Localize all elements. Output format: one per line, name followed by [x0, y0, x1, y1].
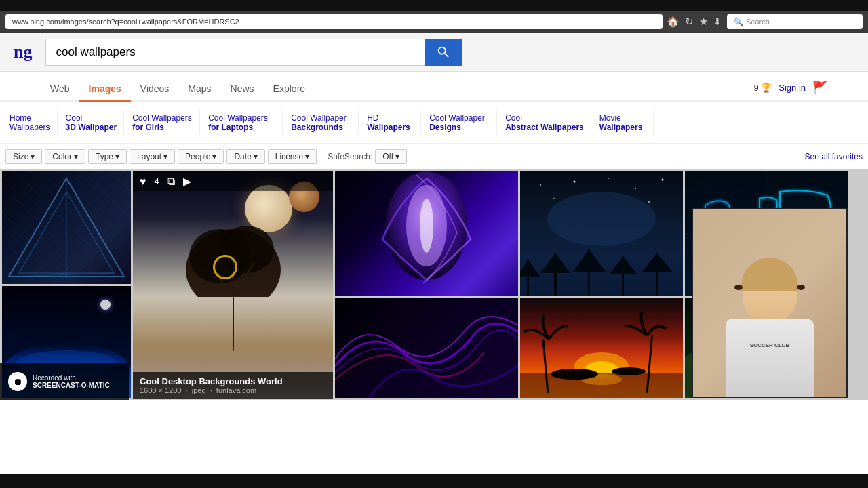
- svg-marker-31: [610, 256, 637, 274]
- filter-type[interactable]: Type▾: [88, 149, 127, 164]
- svg-point-23: [547, 192, 656, 246]
- related-item-abstract[interactable]: Cool Abstract Wallpapers: [498, 110, 591, 135]
- search-button[interactable]: [425, 39, 462, 66]
- svg-point-19: [635, 188, 636, 189]
- safesearch-button[interactable]: Off▾: [375, 149, 407, 164]
- tab-web[interactable]: Web: [41, 78, 79, 102]
- image-tile-sunset[interactable]: [520, 298, 683, 398]
- tab-news[interactable]: News: [221, 78, 264, 102]
- filter-license[interactable]: License▾: [268, 149, 317, 164]
- home-icon[interactable]: 🏠: [667, 16, 679, 28]
- refresh-icon[interactable]: ↻: [685, 16, 694, 28]
- browser-top-bar: [0, 0, 868, 11]
- screencast-line1: Recorded with: [33, 374, 110, 382]
- sign-in-link[interactable]: Sign in: [778, 83, 806, 93]
- tab-images[interactable]: Images: [79, 78, 131, 102]
- svg-marker-33: [642, 253, 672, 272]
- svg-rect-4: [2, 171, 131, 284]
- related-item-home[interactable]: Home Wallpapers: [3, 110, 58, 135]
- filters-row: Size▾ Color▾ Type▾ Layout▾ People▾ Date▾…: [0, 144, 868, 169]
- browser-search-placeholder: Search: [746, 18, 770, 26]
- share-icon[interactable]: ⧉: [167, 176, 175, 188]
- filter-color[interactable]: Color▾: [45, 149, 85, 164]
- image-grid: 〜 〜 〜 ♥ 4 ⧉ ▶ Cool Desktop Backgrounds W…: [0, 169, 868, 400]
- cursor-indicator: [213, 255, 237, 279]
- safe-search-label: SafeSearch:: [328, 152, 372, 161]
- image-tile-vortex[interactable]: [335, 171, 518, 296]
- search-icon-browser: 🔍: [734, 18, 743, 26]
- filter-people[interactable]: People▾: [178, 149, 224, 164]
- tab-maps[interactable]: Maps: [178, 78, 220, 102]
- screencast-overlay: ⏺ Recorded with SCREENCAST-O-MATIC: [0, 363, 129, 400]
- url-bar[interactable]: www.bing.com/images/search?q=cool+wallpa…: [5, 14, 663, 29]
- download-icon[interactable]: ⬇: [713, 16, 722, 27]
- svg-point-17: [574, 181, 576, 183]
- image-tile-tree-planet[interactable]: 〜 〜 〜 ♥ 4 ⧉ ▶ Cool Desktop Backgrounds W…: [133, 171, 333, 399]
- filter-date[interactable]: Date▾: [226, 149, 264, 164]
- bottom-bar: [0, 474, 868, 488]
- tab-explore[interactable]: Explore: [264, 78, 315, 102]
- bing-logo-partial: ng: [14, 42, 32, 62]
- image-tile-dark-trees[interactable]: [520, 171, 683, 296]
- svg-point-15: [420, 199, 433, 253]
- svg-point-41: [612, 367, 646, 375]
- image-meta: 1600 × 1200 · jpeg · funlava.com: [140, 386, 326, 394]
- image-tile-triangle[interactable]: [2, 171, 131, 284]
- image-title: Cool Desktop Backgrounds World: [140, 376, 326, 386]
- svg-point-18: [608, 178, 609, 179]
- image-tooltip: Cool Desktop Backgrounds World 1600 × 12…: [133, 372, 333, 399]
- related-item-backgrounds[interactable]: Cool Wallpaper Backgrounds: [284, 110, 359, 135]
- related-item-designs[interactable]: Cool Wallpaper Designs: [422, 110, 497, 135]
- related-item-movie[interactable]: Movie Wallpapers: [593, 110, 654, 135]
- see-all-favorites[interactable]: See all favorites: [805, 152, 863, 161]
- tab-videos[interactable]: Videos: [131, 78, 179, 102]
- browser-search-bar[interactable]: 🔍 Search: [727, 14, 863, 29]
- pin-icon[interactable]: ▶: [183, 175, 191, 188]
- svg-point-16: [540, 184, 541, 186]
- svg-marker-27: [540, 253, 570, 273]
- notification-count: 9 🏆: [753, 83, 772, 93]
- count-label: 4: [155, 176, 159, 186]
- heart-icon[interactable]: ♥: [140, 176, 146, 188]
- svg-point-22: [648, 201, 650, 203]
- screencast-logo-icon: ⏺: [8, 372, 27, 391]
- related-item-laptops[interactable]: Cool Wallpapers for Laptops: [201, 110, 283, 135]
- related-item-3d[interactable]: Cool 3D Wallpaper: [59, 110, 125, 135]
- image-action-bar: ♥ 4 ⧉ ▶: [133, 171, 333, 191]
- related-searches: Home Wallpapers Cool 3D Wallpaper Cool W…: [0, 102, 868, 144]
- svg-point-40: [551, 369, 598, 380]
- svg-marker-25: [520, 260, 540, 277]
- svg-point-21: [553, 198, 555, 199]
- svg-marker-29: [573, 249, 606, 272]
- svg-point-20: [662, 179, 664, 181]
- related-item-hd[interactable]: HD Wallpapers: [360, 110, 421, 135]
- related-item-girls[interactable]: Cool Wallpapers for Girls: [125, 110, 200, 135]
- webcam-overlay: SOCCER CLUB: [692, 208, 848, 398]
- filter-size[interactable]: Size▾: [5, 149, 42, 164]
- image-tile-abstract-neon[interactable]: [335, 298, 518, 398]
- screencast-line2: SCREENCAST-O-MATIC: [33, 382, 110, 389]
- search-input[interactable]: [45, 39, 425, 66]
- user-icon[interactable]: 🚩: [812, 80, 827, 95]
- star-icon[interactable]: ★: [699, 16, 708, 28]
- filter-layout[interactable]: Layout▾: [130, 149, 175, 164]
